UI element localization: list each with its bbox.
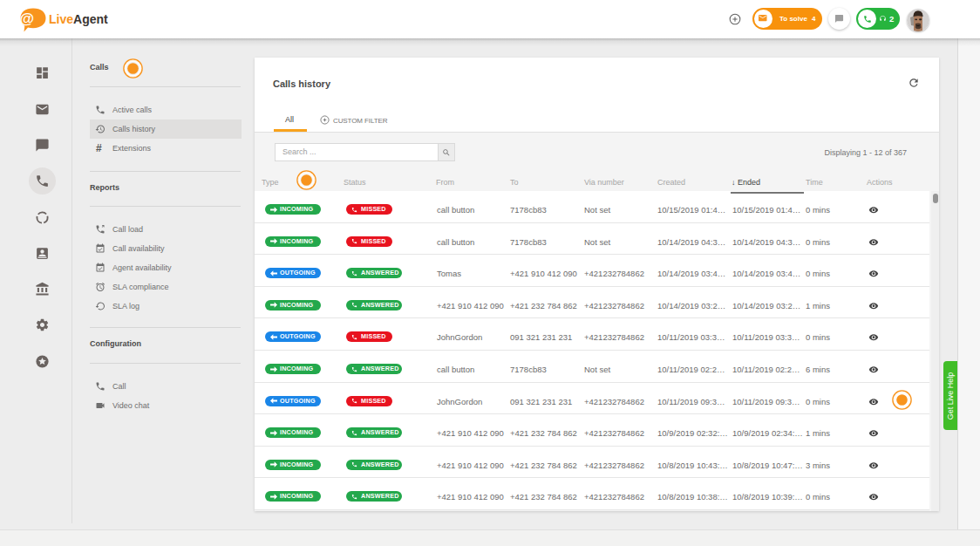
svg-text:@: @ [20, 10, 35, 27]
